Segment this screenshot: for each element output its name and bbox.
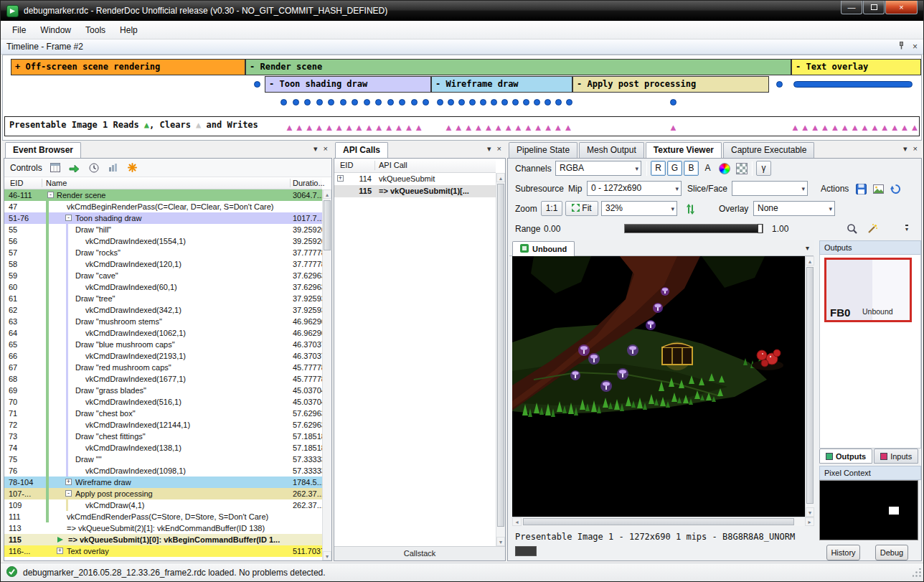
chevron-down-icon[interactable]: ▾ [314, 144, 318, 154]
event-row[interactable]: 58vkCmdDrawIndexed(120,1)37.77778 [4, 258, 322, 270]
event-row[interactable]: 47vkCmdBeginRenderPass(C=Clear, D=Clear,… [4, 201, 322, 212]
goto-eid-icon[interactable] [68, 161, 81, 174]
history-button[interactable]: History [826, 545, 860, 560]
debug-button[interactable]: Debug [875, 545, 908, 560]
event-row[interactable]: 65Draw "blue mushroom caps"46.37037 [4, 339, 322, 350]
chevron-down-icon[interactable]: ▾ [806, 244, 809, 252]
draw-event-dot[interactable] [316, 99, 323, 105]
draw-event-dot[interactable] [423, 99, 429, 105]
draw-event-dot[interactable] [469, 99, 476, 105]
scroll-down-icon[interactable]: ▾ [806, 507, 814, 517]
api-call-row[interactable]: +114vkQueueSubmit [334, 173, 496, 185]
timeline-marker-bar[interactable]: + Off-screen scene rendering [11, 59, 245, 75]
scroll-right-icon[interactable]: ▸ [805, 517, 814, 526]
event-row[interactable]: 69Draw "grass blades"45.03704 [4, 385, 322, 396]
tab-event-browser[interactable]: Event Browser [5, 142, 81, 158]
event-browser-scrollbar[interactable]: ▴ ▾ [322, 189, 331, 560]
draw-event-dot[interactable] [458, 99, 465, 105]
save-icon[interactable] [854, 182, 868, 196]
event-row[interactable]: 59Draw "cave"37.62963 [4, 270, 322, 281]
event-row[interactable]: 63Draw "mushroom stems"46.96296 [4, 316, 322, 327]
draw-events-bar[interactable] [793, 81, 913, 88]
pixel-context-display[interactable] [819, 480, 918, 540]
event-row[interactable]: -51-76Toon shading draw1017.7... [4, 212, 322, 224]
chevron-down-icon[interactable]: ▾ [903, 144, 908, 154]
tree-expand-icon[interactable]: - [65, 490, 72, 497]
event-row[interactable]: 113=> vkQueueSubmit(2)[1]: vkEndCommandB… [4, 522, 322, 534]
draw-event-dot[interactable] [480, 99, 486, 105]
close-button[interactable]: × [885, 1, 918, 14]
event-row[interactable]: 60vkCmdDrawIndexed(60,1)37.62963 [4, 281, 322, 293]
draw-event-dot[interactable] [555, 99, 562, 105]
menu-help[interactable]: Help [113, 22, 145, 38]
draw-event-dot[interactable] [293, 99, 299, 105]
scroll-thumb[interactable] [806, 267, 814, 504]
refresh-icon[interactable] [888, 182, 902, 196]
alpha-channel-button[interactable]: A [700, 161, 715, 176]
range-slider-handle[interactable] [758, 224, 763, 233]
draw-event-dot[interactable] [352, 99, 358, 105]
flame-icon[interactable] [126, 161, 139, 174]
draw-event-dot[interactable] [328, 99, 334, 105]
close-icon[interactable]: × [913, 42, 918, 52]
resize-grip[interactable] [913, 568, 922, 580]
event-row[interactable]: 115=> vkQueueSubmit(1)[0]: vkBeginComman… [4, 534, 322, 545]
draw-event-dot[interactable] [670, 99, 676, 105]
zoom-select[interactable]: 32% ▾ [601, 201, 677, 216]
menu-file[interactable]: File [5, 22, 33, 38]
event-row[interactable]: +78-104Wireframe draw1784.5... [4, 477, 322, 488]
event-row[interactable]: 109vkCmdDraw(4,1)262.37... [4, 499, 322, 511]
fit-button[interactable]: Fit [565, 201, 598, 216]
draw-event-dot[interactable] [254, 81, 260, 88]
bookmark-table-icon[interactable] [49, 161, 62, 174]
event-row[interactable]: 55Draw "hill"39.25926 [4, 224, 322, 235]
minimize-button[interactable]: — [841, 1, 862, 14]
timeline-marker-bar[interactable]: - Toon shading draw [265, 76, 431, 93]
timeline-marker-bar[interactable]: - Render scene [245, 59, 791, 75]
event-row[interactable]: 75Draw ""57.33333 [4, 454, 322, 465]
time-durations-icon[interactable] [88, 161, 100, 174]
event-row[interactable]: 57Draw "rocks"37.77778 [4, 247, 322, 258]
tab-mesh-output[interactable]: Mesh Output [579, 142, 644, 158]
draw-event-dot[interactable] [280, 99, 287, 105]
maximize-button[interactable] [863, 1, 885, 14]
event-row[interactable]: 73Draw "chest fittings"57.18518 [4, 431, 322, 442]
chevron-down-icon[interactable]: ▾ [487, 144, 491, 154]
event-row[interactable]: 62vkCmdDrawIndexed(342,1)37.92593 [4, 304, 322, 316]
event-row[interactable]: 56vkCmdDrawIndexed(1554,1)39.25926 [4, 235, 322, 247]
close-icon[interactable]: × [497, 144, 501, 154]
scroll-up-icon[interactable]: ▴ [323, 189, 331, 199]
range-slider[interactable] [624, 224, 763, 233]
tab-capture-executable[interactable]: Capture Executable [723, 142, 814, 158]
tree-expand-icon[interactable]: + [57, 548, 63, 554]
green-channel-button[interactable]: G [667, 161, 682, 176]
draw-event-dot[interactable] [364, 99, 370, 105]
draw-event-dot[interactable] [534, 99, 540, 105]
draw-event-dot[interactable] [437, 99, 443, 105]
timeline-marker-bar[interactable]: - Text overlay [791, 59, 921, 75]
event-row[interactable]: 64vkCmdDrawIndexed(1062,1)46.96296 [4, 327, 322, 339]
draw-event-dot[interactable] [399, 99, 405, 105]
event-row[interactable]: 111vkCmdEndRenderPass(C=Store, D=Store, … [4, 511, 322, 522]
magnifier-icon[interactable] [845, 222, 859, 236]
draw-event-dot[interactable] [501, 99, 508, 105]
close-icon[interactable]: × [913, 144, 918, 154]
tree-expand-icon[interactable]: + [65, 479, 72, 485]
callstack-section[interactable]: Callstack [334, 546, 505, 560]
event-row[interactable]: 72vkCmdDrawIndexed(12144,1)57.62963 [4, 419, 322, 431]
draw-event-dot[interactable] [776, 81, 783, 88]
scroll-up-icon[interactable]: ▴ [806, 256, 814, 266]
draw-event-dot[interactable] [523, 99, 529, 105]
tab-inputs[interactable]: Inputs [874, 449, 918, 464]
blue-channel-button[interactable]: B [684, 161, 699, 176]
menu-window[interactable]: Window [33, 22, 78, 38]
draw-event-dot[interactable] [448, 99, 454, 105]
draw-event-dot[interactable] [566, 99, 572, 105]
draw-event-dot[interactable] [304, 99, 311, 105]
slice-face-select[interactable]: ▾ [732, 181, 808, 196]
tree-expand-icon[interactable]: + [337, 175, 344, 182]
wand-icon[interactable] [865, 222, 880, 236]
texture-hscrollbar[interactable]: ◂ ▸ [512, 517, 814, 526]
tab-unbound-texture[interactable]: Unbound [512, 241, 575, 256]
texture-vscrollbar[interactable]: ▴ ▾ [805, 256, 814, 517]
